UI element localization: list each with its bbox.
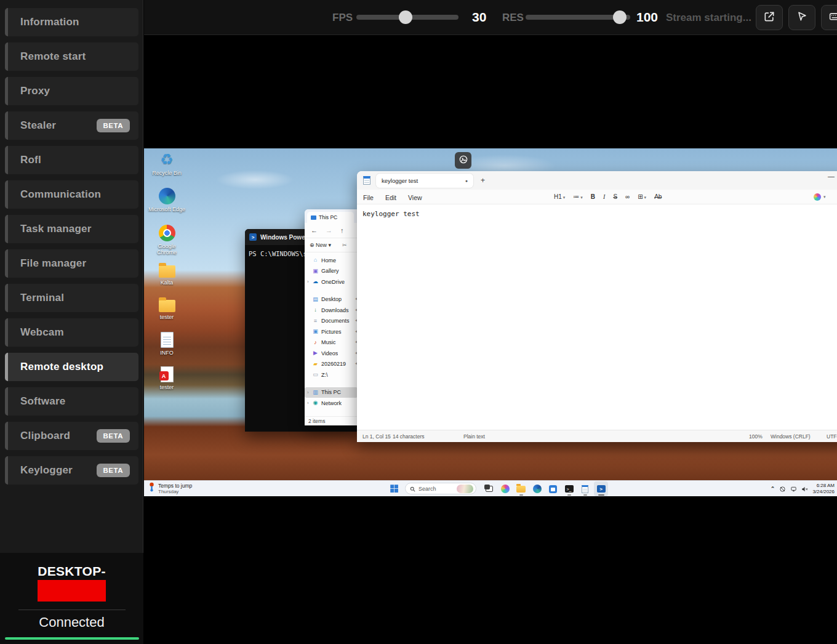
desktop-icon-tester[interactable]: tester — [148, 366, 186, 390]
system-tray: ⌃ 6:28 AM 3/24/2026 — [771, 481, 835, 496]
notepad-tab[interactable]: keylogger test ● — [376, 174, 473, 188]
res-slider[interactable] — [526, 15, 630, 20]
explorer-nav-documents[interactable]: ≡Documents✦ — [305, 316, 361, 327]
beta-badge: BETA — [97, 429, 130, 443]
desktop-icon-recycle-bin[interactable]: ♻Recycle Bin — [148, 151, 186, 176]
fps-slider-thumb[interactable] — [399, 10, 412, 24]
explorer-nav-videos[interactable]: ▶Videos✦ — [305, 348, 361, 359]
res-value: 100 — [636, 10, 658, 25]
sidebar-item-stealer[interactable]: StealerBETA — [5, 111, 138, 140]
explorer-nav-gallery[interactable]: ▣Gallery — [305, 266, 361, 277]
italic-icon[interactable]: I — [603, 193, 605, 200]
explorer-nav-network[interactable]: ›◉Network — [305, 398, 361, 409]
taskbar-copilot-button[interactable] — [498, 481, 512, 496]
desktop-icon-info[interactable]: INFO — [148, 332, 186, 356]
explorer-nav-z[interactable]: ▭Z:\ — [305, 369, 361, 380]
sidebar-item-remote-desktop[interactable]: Remote desktop — [5, 353, 138, 381]
sidebar-item-terminal[interactable]: Terminal — [5, 284, 138, 312]
explorer-nav-desktop[interactable]: ▤Desktop✦ — [305, 294, 361, 305]
bold-icon[interactable]: B — [591, 193, 595, 200]
notepad-icon — [582, 485, 588, 493]
new-tab-button[interactable]: + — [481, 176, 485, 185]
explorer-nav-downloads[interactable]: ↓Downloads✦ — [305, 305, 361, 316]
copilot-button[interactable]: ▾ — [814, 193, 826, 201]
tray-chevron-up-icon[interactable]: ⌃ — [771, 486, 775, 492]
menu-file[interactable]: File — [363, 194, 374, 201]
menu-edit[interactable]: Edit — [385, 194, 396, 201]
taskbar-terminal-button[interactable]: >_ — [562, 481, 576, 496]
cursor-control-button[interactable] — [788, 5, 815, 30]
explorer-nav-onedrive[interactable]: ›☁OneDrive — [305, 276, 361, 288]
new-button[interactable]: ⊕ New ▾ — [310, 242, 331, 248]
folder-icon — [159, 300, 175, 312]
store-icon — [549, 485, 557, 493]
desktop-icon-microsoft-edge[interactable]: Microsoft Edge — [148, 188, 186, 212]
forward-icon[interactable]: → — [326, 227, 332, 234]
remote-desktop-stream[interactable]: ♻Recycle BinMicrosoft EdgeGoogle ChromeK… — [144, 148, 837, 496]
taskbar-powershell-button[interactable]: > — [594, 481, 608, 496]
taskbar-explorer-button[interactable] — [514, 481, 528, 496]
sidebar-item-task-manager[interactable]: Task manager — [5, 215, 138, 243]
sidebar-item-file-manager[interactable]: File manager — [5, 249, 138, 278]
taskbar-search[interactable]: Search — [405, 483, 476, 494]
explorer-nav-pictures[interactable]: ▣Pictures✦ — [305, 326, 361, 337]
sidebar-item-proxy[interactable]: Proxy — [5, 77, 138, 105]
list-icon[interactable]: ≔▾ — [573, 193, 583, 200]
cut-icon[interactable]: ✂ — [342, 242, 347, 248]
heading-icon[interactable]: H1▾ — [554, 193, 565, 200]
sidebar-item-communication[interactable]: Communication — [5, 180, 138, 209]
taskbar-edge-button[interactable] — [530, 481, 544, 496]
start-button[interactable] — [390, 484, 399, 496]
open-in-new-button[interactable] — [756, 5, 783, 30]
taskbar-taskview-button[interactable] — [482, 481, 496, 496]
running-indicator — [598, 494, 604, 496]
chevron-icon: › — [307, 279, 312, 284]
explorer-nav-20260219[interactable]: ▰20260219✦ — [305, 359, 361, 370]
clear-format-icon[interactable]: Ab — [654, 193, 662, 200]
weather-widget[interactable]: Temps to jump Thursday — [148, 482, 192, 494]
zoom-level[interactable]: 100% — [749, 433, 763, 440]
notepad-menus: FileEditView — [363, 191, 434, 203]
notepad-tabbar[interactable]: keylogger test ● + — — [357, 171, 837, 190]
network-disconnected-icon[interactable] — [779, 486, 786, 493]
menu-view[interactable]: View — [408, 194, 422, 201]
sidebar-item-keylogger[interactable]: KeyloggerBETA — [5, 456, 138, 485]
taskbar-store-button[interactable] — [546, 481, 560, 496]
sidebar-item-software[interactable]: Software — [5, 387, 138, 416]
sidebar-item-rofl[interactable]: Rofl — [5, 146, 138, 174]
chevron-down-icon: ▾ — [823, 195, 826, 199]
home-icon: ⌂ — [312, 257, 319, 263]
strikethrough-icon[interactable]: S — [613, 193, 617, 200]
volume-muted-icon[interactable] — [801, 486, 808, 493]
sidebar-item-remote-start[interactable]: Remote start — [5, 42, 138, 71]
keyboard-icon — [828, 10, 837, 25]
desktop-icon-tester[interactable]: tester — [148, 296, 186, 320]
cursor-icon — [796, 10, 808, 25]
sidebar-item-label: Remote start — [20, 50, 86, 63]
res-slider-thumb[interactable] — [613, 10, 627, 24]
back-icon[interactable]: ← — [311, 227, 318, 234]
sidebar-item-webcam[interactable]: Webcam — [5, 318, 138, 347]
explorer-nav-this-pc[interactable]: ›▥This PC — [305, 387, 358, 398]
taskbar-clock[interactable]: 6:28 AM 3/24/2026 — [812, 483, 835, 495]
notepad-editor[interactable]: keylogger test — [357, 204, 837, 430]
up-icon[interactable]: ↑ — [340, 227, 344, 234]
desktop-icon-kalta[interactable]: Kalta — [148, 262, 186, 286]
keyboard-control-button[interactable] — [821, 5, 837, 30]
minimize-icon[interactable]: — — [828, 172, 835, 180]
explorer-nav-music[interactable]: ♪Music✦ — [305, 337, 361, 348]
sidebar-item-information[interactable]: Information — [5, 8, 138, 36]
sidebar-item-label: Rofl — [20, 154, 41, 166]
table-icon[interactable]: ⊞▾ — [638, 193, 646, 200]
edge-icon — [159, 188, 175, 204]
display-tray-icon[interactable] — [790, 486, 797, 493]
link-icon[interactable]: ∞ — [625, 193, 630, 200]
fps-slider[interactable] — [356, 15, 459, 20]
explorer-nav-home[interactable]: ⌂Home — [305, 255, 361, 266]
explorer-tab-thispc[interactable]: This PC — [307, 212, 354, 223]
weather-subline: Thursday — [158, 489, 192, 494]
copilot-icon — [814, 193, 821, 201]
sidebar-item-clipboard[interactable]: ClipboardBETA — [5, 422, 138, 450]
taskbar-notepad-button[interactable] — [578, 481, 592, 496]
desktop-icon-google-chrome[interactable]: Google Chrome — [148, 225, 186, 256]
